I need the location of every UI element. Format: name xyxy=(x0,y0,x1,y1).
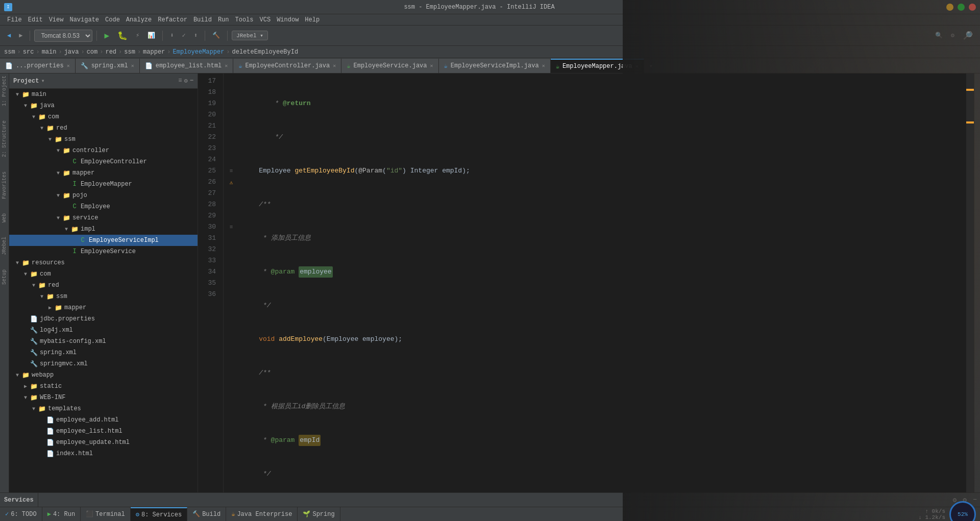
favorites-strip-btn[interactable]: Favorites xyxy=(2,171,7,199)
bc-src[interactable]: src xyxy=(23,48,34,56)
todo-tab[interactable]: ✓ 6: TODO xyxy=(0,507,42,522)
tree-employee-service-impl[interactable]: C EmployeeServiceImpl xyxy=(9,235,198,246)
tree-index[interactable]: 📄 index.html xyxy=(9,448,198,459)
tree-com[interactable]: ▼ 📁 com xyxy=(9,111,198,122)
tab-employee-service-impl-close[interactable]: ✕ xyxy=(542,63,545,69)
menu-help[interactable]: Help xyxy=(302,13,323,27)
spring-tab[interactable]: 🌱 Spring xyxy=(298,507,340,522)
tab-employee-list[interactable]: 📄 employee_list.html ✕ xyxy=(140,59,234,73)
nav-back-btn[interactable]: ◀ xyxy=(4,29,14,43)
bc-employee-mapper[interactable]: EmployeeMapper xyxy=(173,48,225,56)
tree-controller[interactable]: ▼ 📁 controller xyxy=(9,145,198,156)
minimize-button[interactable]: − xyxy=(946,4,953,11)
tree-java[interactable]: ▼ 📁 java xyxy=(9,100,198,111)
sidebar-dropdown[interactable]: ▾ xyxy=(41,77,44,85)
tree-employee-class[interactable]: C Employee xyxy=(9,201,198,212)
vcs-push-btn[interactable]: ⬆ xyxy=(191,29,201,43)
run-tab[interactable]: ▶ 4: Run xyxy=(42,507,81,522)
tree-main[interactable]: ▼ 📁 main xyxy=(9,89,198,100)
tree-ssm[interactable]: ▼ 📁 ssm xyxy=(9,134,198,145)
tab-employee-service[interactable]: ☕ EmployeeService.java ✕ xyxy=(341,59,438,73)
bc-main[interactable]: main xyxy=(42,48,57,56)
build-btn[interactable]: 🔨 xyxy=(209,29,223,43)
tree-employee-mapper[interactable]: I EmployeeMapper xyxy=(9,179,198,190)
build-tab[interactable]: 🔨 Build xyxy=(187,507,226,522)
tree-templates[interactable]: ▼ 📁 templates xyxy=(9,403,198,414)
tab-employee-service-close[interactable]: ✕ xyxy=(430,63,433,69)
code-content[interactable]: * @return */ Employee getEmployeeById(@P… xyxy=(239,73,966,492)
java-enterprise-tab[interactable]: ☕ Java Enterprise xyxy=(226,507,298,522)
find-btn[interactable]: 🔍 xyxy=(932,29,946,43)
tree-red2[interactable]: ▼ 📁 red xyxy=(9,280,198,291)
menu-code[interactable]: Code xyxy=(102,13,123,27)
tree-mapper2[interactable]: ▶ 📁 mapper xyxy=(9,302,198,313)
tree-webinf[interactable]: ▼ 📁 WEB-INF xyxy=(9,392,198,403)
setup-strip-btn[interactable]: Setup xyxy=(2,269,7,285)
menu-refactor[interactable]: Refactor xyxy=(155,13,190,27)
menu-edit[interactable]: Edit xyxy=(25,13,46,27)
menu-build[interactable]: Build xyxy=(190,13,215,27)
profile-btn[interactable]: 📊 xyxy=(144,29,158,43)
gutter-30-fold[interactable]: ≡ xyxy=(224,221,239,233)
terminal-tab[interactable]: ⬛ Terminal xyxy=(81,507,131,522)
bc-java[interactable]: java xyxy=(64,48,79,56)
tree-pojo[interactable]: ▼ 📁 pojo xyxy=(9,190,198,201)
menu-vcs[interactable]: VCS xyxy=(257,13,274,27)
tab-spring-xml[interactable]: 🔧 spring.xml ✕ xyxy=(76,59,140,73)
tree-com2[interactable]: ▼ 📁 com xyxy=(9,268,198,280)
tab-employee-mapper-close[interactable]: ✕ xyxy=(635,63,639,69)
services-tab[interactable]: ⚙ 8: Services xyxy=(131,507,187,522)
tree-impl[interactable]: ▼ 📁 impl xyxy=(9,224,198,235)
tree-webapp[interactable]: ▼ 📁 webapp xyxy=(9,369,198,381)
tree-emp-update[interactable]: 📄 employee_update.html xyxy=(9,437,198,448)
menu-run[interactable]: Run xyxy=(215,13,232,27)
tree-spring[interactable]: 🔧 spring.xml xyxy=(9,347,198,358)
menu-navigate[interactable]: Navigate xyxy=(66,13,102,27)
coverage-btn[interactable]: ⚡ xyxy=(133,29,142,43)
search-everywhere-btn[interactable]: 🔎 xyxy=(960,29,976,43)
tree-resources[interactable]: ▼ 📁 resources xyxy=(9,257,198,268)
tree-ssm2[interactable]: ▼ 📁 ssm xyxy=(9,291,198,302)
close-button[interactable]: ✕ xyxy=(969,4,976,11)
settings-btn[interactable]: ⚙ xyxy=(948,29,958,43)
tab-employee-service-impl[interactable]: ☕ EmployeeServiceImpl.java ✕ xyxy=(439,59,551,73)
tab-employee-list-close[interactable]: ✕ xyxy=(225,63,228,69)
sidebar-hide-btn[interactable]: − xyxy=(190,77,193,85)
project-strip-btn[interactable]: 1: Project xyxy=(2,76,7,106)
sidebar-settings-btn[interactable]: ⚙ xyxy=(184,77,188,85)
menu-window[interactable]: Window xyxy=(274,13,302,27)
bc-ssm2[interactable]: ssm xyxy=(124,48,135,56)
run-btn[interactable]: ▶ xyxy=(101,29,112,43)
tab-properties-close[interactable]: ✕ xyxy=(67,63,70,69)
tree-static[interactable]: ▶ 📁 static xyxy=(9,381,198,392)
vcs-update-btn[interactable]: ⬇ xyxy=(167,29,177,43)
menu-view[interactable]: View xyxy=(46,13,67,27)
tree-emp-list[interactable]: 📄 employee_list.html xyxy=(9,426,198,437)
web-strip-btn[interactable]: Web xyxy=(2,213,7,222)
tab-employee-mapper[interactable]: ☕ EmployeeMapper.java ✕ xyxy=(551,59,644,73)
tab-employee-controller-close[interactable]: ✕ xyxy=(333,63,336,69)
nav-forward-btn[interactable]: ▶ xyxy=(16,29,26,43)
sidebar-collapse-btn[interactable]: ≡ xyxy=(178,77,182,85)
menu-analyze[interactable]: Analyze xyxy=(123,13,155,27)
structure-strip-btn[interactable]: 2: Structure xyxy=(2,120,7,157)
vcs-commit-btn[interactable]: ✓ xyxy=(179,29,189,43)
tree-log4j[interactable]: 🔧 log4j.xml xyxy=(9,325,198,336)
tree-jdbc-properties[interactable]: 📄 jdbc.properties xyxy=(9,313,198,325)
jrebel-strip-btn[interactable]: JRebel xyxy=(2,237,7,255)
tree-service[interactable]: ▼ 📁 service xyxy=(9,212,198,224)
bc-red[interactable]: red xyxy=(105,48,116,56)
tree-springmvc[interactable]: 🔧 springmvc.xml xyxy=(9,358,198,369)
gutter-25-fold[interactable]: ≡ xyxy=(224,165,239,177)
tab-overflow-btn[interactable]: ▾ xyxy=(646,59,656,73)
bc-ssm[interactable]: ssm xyxy=(4,48,15,56)
bc-com[interactable]: com xyxy=(87,48,98,56)
menu-file[interactable]: File xyxy=(4,13,25,27)
tree-emp-add[interactable]: 📄 employee_add.html xyxy=(9,414,198,426)
tab-spring-xml-close[interactable]: ✕ xyxy=(131,63,134,69)
tree-employee-service[interactable]: I EmployeeService xyxy=(9,246,198,257)
bc-mapper[interactable]: mapper xyxy=(143,48,165,56)
tree-employee-controller[interactable]: C EmployeeController xyxy=(9,156,198,167)
tomcat-selector[interactable]: Tomcat 8.0.53 xyxy=(34,30,92,42)
menu-tools[interactable]: Tools xyxy=(232,13,257,27)
